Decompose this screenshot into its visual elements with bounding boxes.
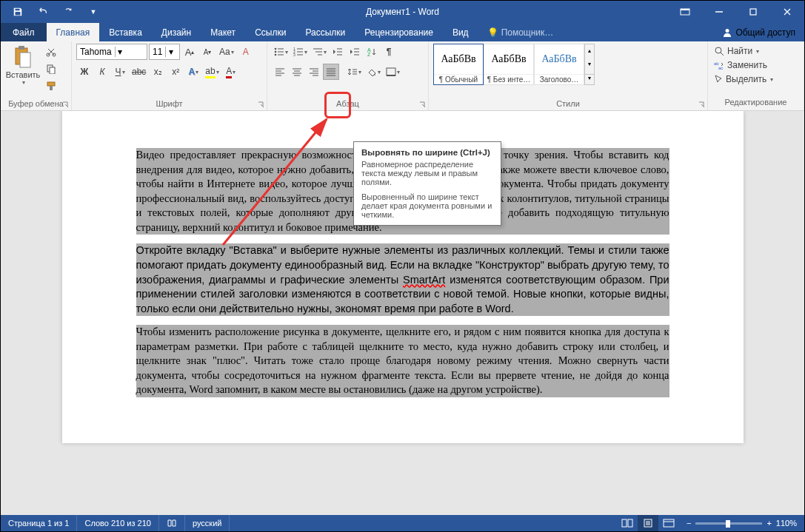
tab-design[interactable]: Дизайн [152,23,201,41]
tab-insert[interactable]: Вставка [99,23,152,41]
status-language[interactable]: русский [185,515,230,531]
grow-font-button[interactable]: A▴ [181,44,198,60]
find-button[interactable]: Найти▾ [714,44,773,58]
select-button[interactable]: Выделить▾ [714,73,773,86]
align-left-icon [275,67,285,76]
paste-button[interactable]: Вставить▾ [5,44,41,87]
paragraph-dialog-launcher[interactable] [418,100,427,109]
strikethrough-button[interactable]: abc [130,64,148,80]
undo-button[interactable] [32,1,54,22]
shading-button[interactable]: ▾ [364,64,383,80]
zoom-level[interactable]: 110% [776,519,797,528]
styles-dialog-launcher[interactable] [697,100,706,109]
bullets-button[interactable]: ▾ [272,44,290,60]
tab-review[interactable]: Рецензирование [355,23,443,41]
svg-point-58 [715,47,721,53]
bold-button[interactable]: Ж [76,64,93,80]
lightbulb-icon: 💡 [487,27,498,38]
svg-line-59 [721,53,724,55]
view-web-layout[interactable] [658,515,679,531]
styles-gallery-expand[interactable]: ▾ [585,74,594,81]
person-icon [722,28,732,37]
ribbon-options-button[interactable] [668,1,702,23]
multilevel-list-button[interactable]: ▾ [310,44,329,60]
paragraph-2[interactable]: Откройте вкладку "Вставка" и выберите ну… [136,243,669,316]
style-heading1[interactable]: АаБбВвЗаголово… [534,44,584,85]
scissors-icon [46,47,56,57]
svg-rect-63 [622,519,627,527]
tab-references[interactable]: Ссылки [245,23,295,41]
book-icon [167,519,177,528]
styles-row-down[interactable]: ▾ [585,61,594,67]
svg-point-4 [726,29,729,33]
tell-me-search[interactable]: 💡Помощник… [487,23,554,41]
copy-icon [46,64,56,74]
close-button[interactable] [770,1,804,23]
font-color-button[interactable]: A▾ [223,64,239,80]
align-left-button[interactable] [272,64,288,80]
shrink-font-button[interactable]: A▾ [199,44,216,60]
svg-text:ac: ac [718,66,723,70]
view-read-mode[interactable] [617,515,638,531]
redo-button[interactable] [57,1,79,22]
view-print-layout[interactable] [638,515,658,531]
cursor-icon [714,74,723,84]
increase-indent-button[interactable] [347,44,363,60]
line-spacing-button[interactable]: ▾ [345,64,364,80]
highlight-color-button[interactable]: ab▾ [203,64,221,80]
underline-button[interactable]: Ч▾ [112,64,128,80]
font-dialog-launcher[interactable] [256,100,265,109]
change-case-button[interactable]: Aa▾ [217,44,236,60]
copy-button[interactable] [43,61,59,77]
font-name-combo[interactable]: Tahoma▾ [76,44,147,60]
qat-customize-button[interactable]: ▼ [82,1,104,22]
style-normal[interactable]: АаБбВв¶ Обычный [433,44,484,85]
format-painter-button[interactable] [43,78,59,94]
align-center-button[interactable] [289,64,305,80]
zoom-out-button[interactable]: − [687,519,691,528]
borders-button[interactable]: ▾ [384,64,402,80]
style-no-spacing[interactable]: АаБбВв¶ Без инте… [484,44,534,85]
tab-layout[interactable]: Макет [201,23,245,41]
zoom-control: − + 110% [679,519,804,528]
save-button[interactable] [7,1,29,22]
justify-button[interactable] [323,64,339,80]
show-marks-button[interactable]: ¶ [381,44,397,60]
zoom-in-button[interactable]: + [766,519,771,528]
align-right-button[interactable] [306,64,322,80]
subscript-button[interactable]: x₂ [150,64,166,80]
tab-view[interactable]: Вид [443,23,478,41]
number-list-icon: 123 [293,47,304,56]
svg-rect-64 [628,519,632,527]
cut-button[interactable] [43,44,59,60]
maximize-button[interactable] [736,1,770,23]
replace-button[interactable]: abacЗаменить [714,58,773,72]
sort-icon: AZ [367,47,376,56]
superscript-button[interactable]: x² [167,64,184,80]
tab-home[interactable]: Главная [47,23,100,41]
sort-button[interactable]: AZ [364,44,380,60]
text-effects-button[interactable]: A▾ [185,64,201,80]
minimize-button[interactable] [702,1,736,23]
replace-icon: abac [714,61,724,70]
status-page[interactable]: Страница 1 из 1 [1,515,77,531]
numbering-button[interactable]: 123▾ [291,44,310,60]
svg-rect-1 [681,9,689,10]
tab-file[interactable]: Файл [1,23,47,41]
share-button[interactable]: Общий доступ [713,23,804,41]
line-spacing-icon [347,67,358,76]
status-proofing[interactable] [159,515,185,531]
clipboard-dialog-launcher[interactable] [61,100,70,109]
zoom-slider[interactable] [695,522,762,525]
align-right-icon [309,67,319,76]
italic-button[interactable]: К [94,64,110,80]
svg-rect-69 [664,519,674,527]
paragraph-3[interactable]: Чтобы изменить расположение рисунка в до… [136,325,669,397]
styles-row-up[interactable]: ▴ [585,47,594,54]
font-size-combo[interactable]: 11▾ [149,44,180,60]
status-words[interactable]: Слово 210 из 210 [77,515,159,531]
decrease-indent-button[interactable] [330,44,346,60]
clear-formatting-button[interactable]: A [238,44,254,60]
tab-mailings[interactable]: Рассылки [295,23,355,41]
indent-icon [350,47,360,56]
